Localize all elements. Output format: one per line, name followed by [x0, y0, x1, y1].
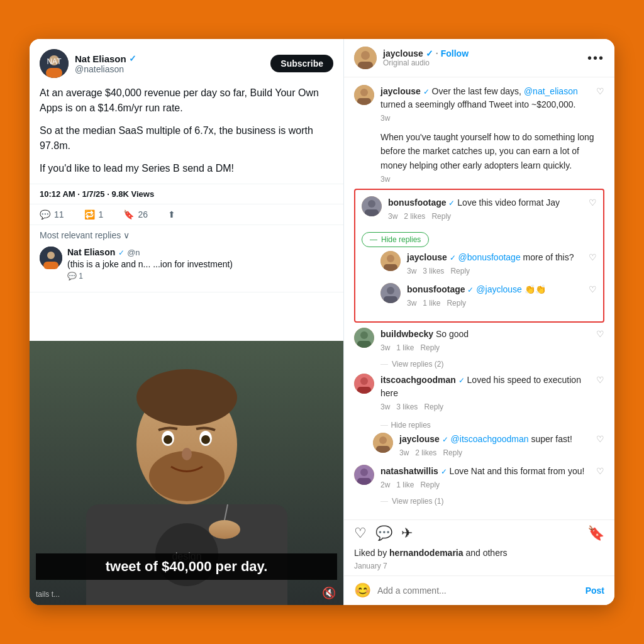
ig-paragraph-time: 3w	[380, 175, 604, 184]
ig-action-bar: ♡ 💬 ✈ 🔖	[344, 519, 614, 547]
natashatwillis-body: natashatwillis ✓ Love Nat and this forma…	[380, 465, 590, 489]
svg-point-22	[209, 520, 240, 539]
hide-replies-coach[interactable]: Hide replies	[391, 421, 430, 430]
comment-input[interactable]	[377, 586, 579, 596]
bonusfootage-verified: ✓	[448, 199, 455, 208]
hide-replies-button[interactable]: — Hide replies	[362, 232, 429, 247]
bonusfootage-reply-like[interactable]: ♡	[589, 284, 597, 294]
reply-text: (this is a joke and n... ...ion for inve…	[67, 259, 333, 269]
svg-rect-44	[357, 387, 371, 394]
mute-icon[interactable]: 🔇	[322, 586, 336, 600]
jayclouse-reply-1: jayclouse ✓ @bonusfootage more of this? …	[380, 251, 597, 275]
view-replies-link[interactable]: View replies (2)	[380, 360, 604, 369]
buildwbecky-body: buildwbecky So good 3w 1 like Reply	[380, 328, 590, 352]
follow-button[interactable]: Follow	[441, 48, 469, 58]
svg-point-43	[360, 377, 368, 385]
jayclouse-coach-reply: jayclouse ✓ @itscoachgoodman super fast!…	[373, 433, 604, 457]
itscoachgoodman-avatar	[354, 374, 374, 394]
svg-rect-38	[384, 296, 397, 303]
reply-avatar	[40, 247, 62, 269]
buildwbecky-like[interactable]: ♡	[596, 329, 604, 339]
ig-main-comment: jayclouse ✓ Over the last few days, @nat…	[354, 85, 604, 123]
subscribe-button[interactable]: Subscribe	[270, 55, 333, 72]
main-like-button[interactable]: ♡	[596, 86, 604, 96]
bonusfootage-text: bonusfootage ✓ Love this video format Ja…	[388, 196, 582, 209]
reply-verified-icon: ✓	[118, 248, 125, 257]
jayclouse-reply-body: jayclouse ✓ @bonusfootage more of this? …	[407, 251, 582, 275]
svg-point-25	[361, 51, 370, 60]
svg-point-19	[182, 448, 192, 460]
itscoachgoodman-verified: ✓	[458, 376, 465, 385]
tweet-user-info: Nat Eliason ✓ @nateliason	[75, 53, 264, 74]
bonusfootage-reply-body: bonusfootage ✓ @jayclouse 👏👏 3w 1 like R…	[407, 283, 582, 308]
jayclouse-reply-verified: ✓	[450, 253, 456, 262]
jayclouse-reply-avatar	[380, 251, 401, 271]
svg-rect-6	[43, 262, 58, 269]
share-action[interactable]: ⬆	[168, 209, 175, 219]
natashatwillis-text: natashatwillis ✓ Love Nat and this forma…	[380, 465, 590, 478]
ig-main-avatar	[354, 85, 374, 105]
main-container: NAT Nat Eliason ✓ @nateliason Subscribe …	[30, 39, 614, 605]
reply-action[interactable]: 💬 11	[40, 209, 64, 219]
tweet-meta: 10:12 AM · 1/7/25 · 9.8K Views	[30, 184, 343, 204]
svg-rect-32	[365, 209, 379, 216]
tweet-content: At an average $40,000 revenue per day so…	[30, 83, 343, 184]
highlighted-comment-box: bonusfootage ✓ Love this video format Ja…	[354, 189, 604, 323]
bonusfootage-reply-avatar	[380, 283, 401, 303]
buildwbecky-meta: 3w 1 like Reply	[380, 343, 590, 352]
retweet-icon: 🔁	[84, 209, 95, 219]
bonusfootage-like-button[interactable]: ♡	[589, 197, 597, 208]
bonusfootage-avatar	[362, 196, 382, 216]
bonusfootage-comment-body: bonusfootage ✓ Love this video format Ja…	[388, 196, 582, 221]
jayclouse-reply-like[interactable]: ♡	[589, 252, 597, 262]
svg-point-49	[360, 469, 368, 476]
ig-sub-text: Original audio	[383, 58, 581, 67]
svg-rect-41	[357, 341, 371, 348]
bookmark-action[interactable]: 🔖 26	[123, 209, 148, 219]
ig-likes: Liked by hernandodemaria and others	[344, 547, 614, 562]
ig-comment-icon[interactable]: 💬	[375, 525, 392, 541]
natashatwillis-like[interactable]: ♡	[596, 466, 604, 476]
bonusfootage-comment: bonusfootage ✓ Love this video format Ja…	[362, 196, 597, 221]
ig-bookmark-icon[interactable]: 🔖	[587, 525, 604, 541]
reply-username: Nat Eliason	[67, 247, 115, 257]
buildwbecky-comment: buildwbecky So good 3w 1 like Reply ♡	[354, 328, 604, 352]
ig-verified-icon: ✓	[426, 48, 433, 58]
tweet-handle: @nateliason	[75, 64, 264, 74]
ig-share-icon[interactable]: ✈	[401, 525, 413, 541]
chevron-down-icon: ∨	[123, 230, 130, 240]
emoji-button[interactable]: 😊	[354, 582, 371, 599]
ig-action-icons: ♡ 💬 ✈	[354, 525, 587, 541]
svg-rect-50	[357, 478, 371, 485]
buildwbecky-text: buildwbecky So good	[380, 328, 590, 341]
itscoachgoodman-comment: itscoachgoodman ✓ Loved his speed to exe…	[354, 374, 604, 411]
jayclouse-coach-verified: ✓	[442, 435, 448, 444]
video-caption: tweet of $40,000 per day.	[36, 553, 337, 580]
ig-more-button[interactable]: •••	[587, 51, 604, 65]
svg-point-37	[387, 287, 394, 294]
ig-main-time: 3w	[380, 114, 590, 123]
natashatwillis-meta: 2w 1 like Reply	[380, 480, 590, 489]
svg-point-17	[164, 435, 172, 444]
hide-replies-line: —	[370, 235, 377, 244]
jayclouse-coach-like[interactable]: ♡	[596, 434, 604, 444]
post-comment-button[interactable]: Post	[586, 586, 604, 596]
svg-rect-26	[358, 62, 373, 69]
itscoachgoodman-like[interactable]: ♡	[596, 375, 604, 385]
jayclouse-coach-text: jayclouse ✓ @itscoachgoodman super fast!	[399, 433, 590, 446]
jayclouse-coach-meta: 3w 2 likes Reply	[399, 448, 590, 457]
ig-separator: ·	[436, 48, 438, 58]
tweet-username: Nat Eliason ✓	[75, 53, 264, 64]
ig-like-icon[interactable]: ♡	[354, 525, 367, 541]
reply-content: Nat Eliason ✓ @n (this is a joke and n..…	[67, 247, 333, 280]
svg-point-46	[379, 436, 387, 444]
view-replies-natasha[interactable]: View replies (1)	[380, 497, 604, 506]
jayclouse-reply-meta: 3w 3 likes Reply	[407, 267, 582, 275]
replies-section: Most relevant replies ∨ Nat Eliason ✓ @n…	[30, 225, 343, 292]
natashatwillis-avatar	[354, 465, 374, 485]
ig-user-info: jayclouse ✓ · Follow Original audio	[383, 48, 581, 67]
retweet-action[interactable]: 🔁 1	[84, 209, 104, 219]
bookmark-icon: 🔖	[123, 209, 134, 219]
verified-icon: ✓	[129, 53, 136, 64]
jayclouse-coach-avatar	[373, 433, 393, 453]
